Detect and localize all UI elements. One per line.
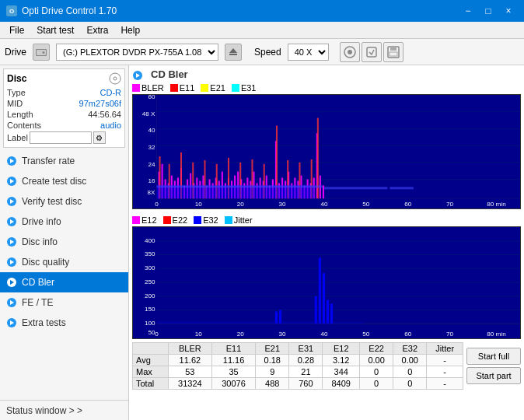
stat-avg-e32: 0.00 [393, 355, 427, 366]
svg-text:60: 60 [404, 201, 412, 208]
length-label: Length [7, 110, 33, 119]
legend-e11: E11 [170, 83, 195, 93]
stats-header-e31: E31 [289, 343, 323, 355]
legend-e22: E22 [163, 215, 188, 225]
svg-text:60: 60 [404, 331, 412, 338]
stat-max-e32: 0 [393, 366, 427, 378]
sidebar-item-disc-quality[interactable]: Disc quality [0, 252, 128, 272]
label-button[interactable]: ⚙ [93, 131, 106, 144]
svg-rect-10 [390, 52, 397, 56]
legend-jitter-color [225, 216, 232, 224]
sidebar-item-transfer-rate[interactable]: Transfer rate [0, 151, 128, 171]
sidebar-item-verify-test-disc[interactable]: Verify test disc [0, 191, 128, 212]
sidebar-item-drive-info[interactable]: Drive info [0, 212, 128, 232]
start-part-button[interactable]: Start part [466, 367, 521, 384]
eject-icon[interactable] [225, 44, 242, 61]
menu-start-test[interactable]: Start test [30, 23, 80, 37]
svg-text:10: 10 [195, 201, 203, 208]
legend-e11-label: E11 [180, 83, 195, 93]
disc-quality-icon [6, 257, 17, 268]
svg-rect-162 [156, 321, 322, 324]
top-legend: BLER E11 E21 E31 [132, 83, 521, 93]
svg-rect-155 [315, 296, 317, 324]
svg-text:400: 400 [145, 237, 155, 244]
toolbar-icon-save[interactable] [383, 42, 403, 62]
svg-rect-157 [323, 273, 325, 324]
sidebar-label-disc-quality: Disc quality [22, 257, 69, 268]
legend-e31-color [232, 84, 239, 92]
svg-text:30: 30 [279, 331, 287, 338]
stat-max-e12: 344 [323, 366, 360, 378]
minimize-button[interactable]: − [459, 3, 477, 19]
drive-select[interactable]: (G:) PLEXTOR DVDR PX-755A 1.08 [56, 44, 218, 61]
type-value: CD-R [100, 88, 122, 97]
legend-e32: E32 [194, 215, 218, 225]
svg-text:40: 40 [320, 201, 328, 208]
legend-e12: E12 [132, 215, 157, 225]
stats-buttons: Start full Start part [466, 342, 521, 390]
toolbar-icon-2[interactable] [362, 42, 382, 62]
stats-header-e22: E22 [360, 343, 393, 355]
legend-e21-label: E21 [210, 83, 225, 93]
type-label: Type [7, 88, 26, 97]
app-title: Opti Drive Control 1.70 [22, 5, 117, 16]
sidebar-label-fe-te: FE / TE [22, 297, 53, 308]
menu-file[interactable]: File [3, 23, 30, 37]
sidebar-item-fe-te[interactable]: FE / TE [0, 292, 128, 313]
svg-rect-109 [323, 185, 324, 198]
row-label-avg: Avg [133, 355, 169, 366]
legend-e12-label: E12 [141, 215, 157, 225]
sidebar-item-create-test-disc[interactable]: Create test disc [0, 171, 128, 191]
stat-avg-e11: 11.16 [211, 355, 255, 366]
disc-info-icon [6, 236, 17, 247]
sidebar-item-extra-tests[interactable]: Extra tests [0, 313, 128, 333]
svg-text:0: 0 [155, 201, 159, 208]
app-icon: O [6, 5, 17, 16]
length-value: 44:56.64 [88, 110, 121, 119]
sidebar-item-disc-info[interactable]: Disc info [0, 232, 128, 252]
main-content: Disc Type CD-R MID 97m27s06f Length 44:5… [0, 65, 524, 420]
stat-max-jitter: - [427, 366, 463, 378]
speed-select[interactable]: 40 X [288, 44, 329, 61]
stats-header-e32: E32 [393, 343, 427, 355]
menu-bar: File Start test Extra Help [0, 22, 524, 39]
menu-help[interactable]: Help [114, 23, 146, 37]
svg-text:80 min: 80 min [487, 331, 505, 338]
stat-total-bler: 31324 [168, 378, 211, 390]
stat-max-e11: 35 [211, 366, 255, 378]
legend-e22-color [163, 216, 171, 224]
svg-rect-4 [229, 54, 237, 55]
stats-table: BLER E11 E21 E31 E12 E22 E32 Jitter Avg … [132, 342, 463, 390]
stats-area: BLER E11 E21 E31 E12 E22 E32 Jitter Avg … [132, 342, 521, 390]
stats-header-jitter: Jitter [427, 343, 463, 355]
svg-point-2 [43, 51, 45, 54]
svg-text:150: 150 [145, 306, 155, 313]
maximize-button[interactable]: □ [479, 3, 498, 19]
row-label-total: Total [133, 378, 169, 390]
table-row-total: Total 31324 30076 488 760 8409 0 0 - [133, 378, 463, 390]
stat-total-e21: 488 [256, 378, 289, 390]
bottom-chart: 400 350 300 250 200 150 100 50 0 10 20 3… [132, 226, 521, 339]
stat-total-e12: 8409 [323, 378, 360, 390]
toolbar-icons [340, 42, 403, 62]
mid-value: 97m27s06f [79, 99, 121, 108]
label-input[interactable] [30, 131, 92, 144]
svg-text:60: 60 [148, 95, 155, 100]
status-window-button[interactable]: Status window > > [0, 400, 128, 420]
stat-max-e31: 21 [289, 366, 323, 378]
menu-extra[interactable]: Extra [80, 23, 114, 37]
svg-rect-9 [390, 47, 396, 51]
window-controls: − □ × [459, 3, 518, 19]
contents-value: audio [100, 121, 121, 130]
stat-total-e11: 30076 [211, 378, 255, 390]
drive-icon[interactable] [33, 44, 50, 61]
start-full-button[interactable]: Start full [466, 348, 521, 365]
drive-bar: Drive (G:) PLEXTOR DVDR PX-755A 1.08 Spe… [0, 39, 524, 65]
toolbar-icon-1[interactable] [340, 42, 360, 62]
stat-avg-e22: 0.00 [360, 355, 393, 366]
title-bar: O Opti Drive Control 1.70 − □ × [0, 0, 524, 22]
svg-rect-163 [324, 322, 364, 324]
sidebar-item-cd-bler[interactable]: CD Bler [0, 272, 128, 292]
svg-text:40: 40 [148, 127, 155, 134]
close-button[interactable]: × [499, 3, 518, 19]
